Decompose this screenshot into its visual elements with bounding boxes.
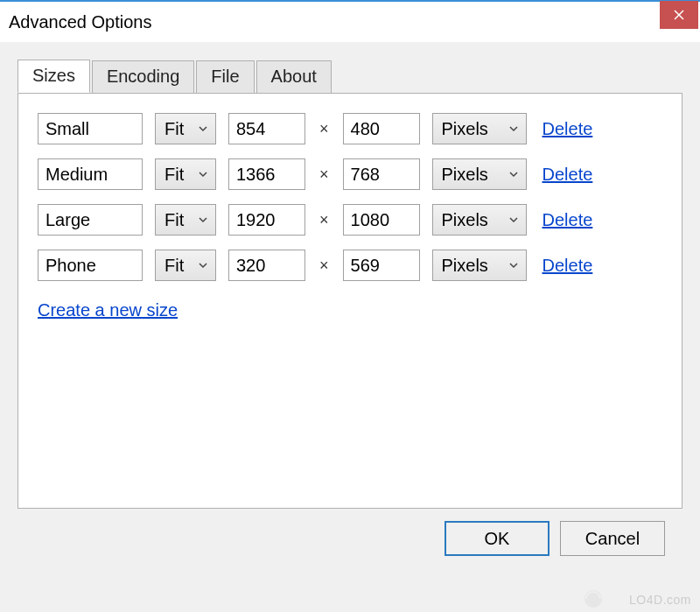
fit-mode-label: Fit	[164, 165, 184, 185]
unit-label: Pixels	[442, 165, 488, 185]
unit-label: Pixels	[442, 256, 488, 276]
delete-link[interactable]: Delete	[542, 256, 593, 276]
times-symbol: ×	[318, 257, 331, 275]
delete-link[interactable]: Delete	[542, 119, 593, 139]
chevron-down-icon	[198, 123, 208, 134]
height-input[interactable]	[343, 204, 420, 236]
size-name-input[interactable]	[38, 158, 143, 190]
size-name-input[interactable]	[38, 250, 143, 281]
fit-mode-label: Fit	[164, 210, 184, 230]
times-symbol: ×	[318, 120, 331, 138]
chevron-down-icon	[198, 169, 208, 179]
unit-dropdown[interactable]: Pixels	[432, 250, 527, 281]
tab-file[interactable]: File	[196, 60, 254, 94]
chevron-down-icon	[198, 260, 208, 271]
width-input[interactable]	[228, 113, 305, 144]
fit-mode-dropdown[interactable]: Fit	[155, 250, 216, 281]
create-new-size-link[interactable]: Create a new size	[38, 300, 178, 320]
height-input[interactable]	[343, 113, 420, 144]
size-row: Fit × Pixels Delete	[38, 204, 662, 236]
window-title: Advanced Options	[9, 12, 151, 32]
tab-sizes[interactable]: Sizes	[18, 60, 90, 93]
size-row: Fit × Pixels Delete	[38, 250, 662, 281]
size-row: Fit × Pixels Delete	[38, 113, 662, 144]
width-input[interactable]	[228, 250, 305, 281]
unit-dropdown[interactable]: Pixels	[432, 113, 527, 144]
tabstrip: Sizes Encoding File About	[18, 60, 682, 93]
fit-mode-dropdown[interactable]: Fit	[155, 158, 216, 190]
delete-link[interactable]: Delete	[542, 210, 593, 230]
dialog-body: Sizes Encoding File About Fit × Pixels D…	[0, 42, 700, 556]
fit-mode-label: Fit	[164, 256, 184, 276]
times-symbol: ×	[318, 165, 331, 184]
unit-label: Pixels	[442, 210, 488, 230]
tab-encoding[interactable]: Encoding	[92, 60, 194, 94]
fit-mode-dropdown[interactable]: Fit	[155, 204, 216, 236]
fit-mode-label: Fit	[164, 119, 184, 139]
close-button[interactable]	[660, 1, 698, 29]
size-name-input[interactable]	[38, 113, 143, 144]
delete-link[interactable]: Delete	[542, 165, 593, 185]
watermark-logo-icon	[574, 589, 612, 608]
cancel-button[interactable]: Cancel	[560, 521, 665, 556]
unit-dropdown[interactable]: Pixels	[432, 204, 527, 236]
width-input[interactable]	[228, 204, 305, 236]
ok-button[interactable]: OK	[444, 521, 550, 556]
unit-dropdown[interactable]: Pixels	[432, 158, 527, 190]
chevron-down-icon	[508, 215, 519, 225]
width-input[interactable]	[228, 158, 305, 190]
height-input[interactable]	[343, 158, 420, 190]
height-input[interactable]	[343, 250, 420, 281]
unit-label: Pixels	[442, 119, 488, 139]
chevron-down-icon	[198, 215, 208, 225]
tabpanel-sizes: Fit × Pixels Delete Fit × Pixels	[18, 93, 682, 509]
chevron-down-icon	[508, 260, 519, 271]
times-symbol: ×	[318, 211, 331, 229]
chevron-down-icon	[508, 123, 519, 134]
chevron-down-icon	[508, 169, 519, 179]
size-name-input[interactable]	[38, 204, 143, 236]
fit-mode-dropdown[interactable]: Fit	[155, 113, 216, 144]
watermark-text: LO4D.com	[629, 593, 691, 607]
close-icon	[674, 10, 684, 20]
size-row: Fit × Pixels Delete	[38, 158, 662, 190]
titlebar: Advanced Options	[0, 0, 700, 42]
tab-about[interactable]: About	[256, 60, 332, 94]
dialog-buttons: OK Cancel	[18, 509, 682, 556]
